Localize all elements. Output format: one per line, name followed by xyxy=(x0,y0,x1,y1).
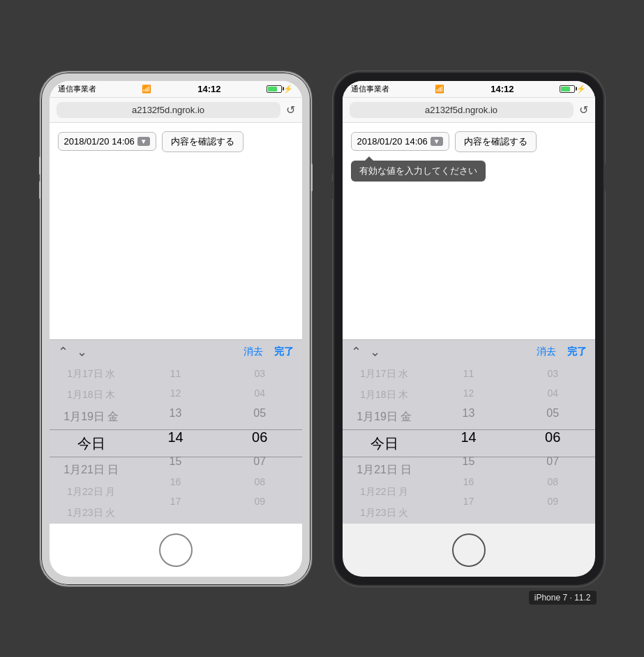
date-picker-right[interactable]: 1月17日 水 1月18日 木 1月19日 金 今日 1月21日 日 1月22日… xyxy=(343,364,595,524)
picker-item: 08 xyxy=(218,472,302,492)
picker-item: 08 xyxy=(511,472,595,492)
picker-item: 13 xyxy=(426,403,511,424)
carrier-right: 通信事業者 xyxy=(351,84,389,94)
status-bar-left: 通信事業者 📶 14:12 ⚡ xyxy=(50,81,302,98)
toolbar-cancel-left[interactable]: 消去 xyxy=(244,346,263,358)
picker-item: 1月23日 火 xyxy=(50,503,134,524)
picker-columns-right: 1月17日 水 1月18日 木 1月19日 金 今日 1月21日 日 1月22日… xyxy=(343,364,595,524)
battery-lightning-left: ⚡ xyxy=(283,84,293,94)
picker-item: 09 xyxy=(511,492,595,511)
dropdown-arrow-left[interactable]: ▼ xyxy=(137,137,150,146)
power-button-right[interactable] xyxy=(604,163,606,191)
validation-tooltip-right: 有効な値を入力してください xyxy=(351,161,486,182)
picker-item: 1月22日 月 xyxy=(50,482,134,503)
keyboard-toolbar-left: ⌃ ⌄ 消去 完了 xyxy=(50,339,302,364)
phone-left-screen: 通信事業者 📶 14:12 ⚡ a2132f5d.ngrok.io ↺ 2018… xyxy=(50,81,302,577)
address-bar-left: a2132f5d.ngrok.io ↺ xyxy=(50,98,302,123)
picker-item: 11 xyxy=(133,364,218,383)
picker-item: 05 xyxy=(218,403,302,424)
picker-col-minute-right: 03 04 05 06 07 08 09 xyxy=(511,364,595,524)
scene: 通信事業者 📶 14:12 ⚡ a2132f5d.ngrok.io ↺ 2018… xyxy=(12,43,633,614)
address-bar-right: a2132f5d.ngrok.io ↺ xyxy=(343,98,595,123)
content-area-left: 2018/01/20 14:06 ▼ 内容を確認する xyxy=(50,123,302,339)
datetime-value-right: 2018/01/20 14:06 xyxy=(357,136,428,147)
time-right: 14:12 xyxy=(491,84,514,94)
carrier-left: 通信事業者 xyxy=(58,84,96,94)
picker-item: 17 xyxy=(426,492,511,511)
picker-item: 11 xyxy=(426,364,511,383)
phone-label-right: iPhone 7 · 11.2 xyxy=(529,591,597,605)
picker-item: 16 xyxy=(133,472,218,492)
picker-item: 16 xyxy=(426,472,511,492)
battery-lightning-right: ⚡ xyxy=(576,84,586,94)
datetime-row-right: 2018/01/20 14:06 ▼ 内容を確認する xyxy=(351,131,587,152)
picker-item: 15 xyxy=(133,451,218,472)
picker-item: 04 xyxy=(218,383,302,403)
toolbar-actions-left: 消去 完了 xyxy=(244,346,294,358)
picker-col-hour-left: 11 12 13 14 15 16 17 xyxy=(133,364,218,524)
toolbar-cancel-right[interactable]: 消去 xyxy=(537,346,556,358)
picker-item: 15 xyxy=(426,451,511,472)
dropdown-arrow-right[interactable]: ▼ xyxy=(430,137,443,146)
toolbar-nav-right: ⌃ ⌄ xyxy=(351,344,380,360)
picker-item: 1月17日 水 xyxy=(50,364,134,385)
reload-button-right[interactable]: ↺ xyxy=(579,103,588,117)
picker-item-selected: 今日 xyxy=(343,429,427,459)
volume-up-button-right[interactable] xyxy=(332,156,334,175)
picker-item: 12 xyxy=(426,383,511,403)
wifi-icon-right: 📶 xyxy=(435,84,444,94)
picker-col-date-left: 1月17日 水 1月18日 木 1月19日 金 今日 1月21日 日 1月22日… xyxy=(50,364,134,524)
date-picker-left[interactable]: 1月17日 水 1月18日 木 1月19日 金 今日 1月21日 日 1月22日… xyxy=(50,364,302,524)
picker-item: 1月22日 月 xyxy=(343,482,427,503)
picker-item: 03 xyxy=(218,364,302,383)
confirm-button-right[interactable]: 内容を確認する xyxy=(455,131,537,152)
content-area-right: 2018/01/20 14:06 ▼ 内容を確認する 有効な値を入力してください xyxy=(343,123,595,339)
home-button-area-left xyxy=(50,524,302,577)
battery-left: ⚡ xyxy=(267,84,293,94)
datetime-input-left[interactable]: 2018/01/20 14:06 ▼ xyxy=(58,132,156,151)
picker-item: 1月18日 木 xyxy=(343,385,427,406)
battery-right: ⚡ xyxy=(560,84,586,94)
toolbar-actions-right: 消去 完了 xyxy=(537,346,587,358)
datetime-row-left: 2018/01/20 14:06 ▼ 内容を確認する xyxy=(58,131,294,152)
picker-col-date-right: 1月17日 水 1月18日 木 1月19日 金 今日 1月21日 日 1月22日… xyxy=(343,364,427,524)
picker-columns-left: 1月17日 水 1月18日 木 1月19日 金 今日 1月21日 日 1月22日… xyxy=(50,364,302,524)
picker-item: 1月21日 日 xyxy=(343,459,427,482)
nav-prev-right[interactable]: ⌃ xyxy=(351,344,361,360)
volume-down-button-right[interactable] xyxy=(332,181,334,199)
power-button[interactable] xyxy=(310,163,313,191)
picker-item: 09 xyxy=(218,492,302,511)
picker-item: 13 xyxy=(133,403,218,424)
home-button-left[interactable] xyxy=(159,533,193,567)
home-button-right[interactable] xyxy=(452,533,486,567)
volume-down-button[interactable] xyxy=(39,181,41,199)
time-left: 14:12 xyxy=(197,84,220,94)
picker-col-hour-right: 11 12 13 14 15 16 17 xyxy=(426,364,511,524)
picker-item-selected: 14 xyxy=(133,424,218,451)
picker-item: 1月19日 金 xyxy=(50,406,134,429)
toolbar-done-right[interactable]: 完了 xyxy=(567,346,587,358)
toolbar-done-left[interactable]: 完了 xyxy=(274,346,294,358)
phone-left: 通信事業者 📶 14:12 ⚡ a2132f5d.ngrok.io ↺ 2018… xyxy=(40,71,312,586)
phone-right-screen: 通信事業者 📶 14:12 ⚡ a2132f5d.ngrok.io ↺ 2018… xyxy=(343,81,595,577)
picker-item: 07 xyxy=(511,451,595,472)
nav-prev-left[interactable]: ⌃ xyxy=(58,344,68,360)
picker-col-minute-left: 03 04 05 06 07 08 09 xyxy=(218,364,302,524)
picker-item-selected: 14 xyxy=(426,424,511,451)
url-field-left[interactable]: a2132f5d.ngrok.io xyxy=(57,102,280,118)
datetime-input-right[interactable]: 2018/01/20 14:06 ▼ xyxy=(351,132,449,151)
url-field-right[interactable]: a2132f5d.ngrok.io xyxy=(350,102,574,118)
reload-button-left[interactable]: ↺ xyxy=(286,103,295,117)
nav-next-left[interactable]: ⌄ xyxy=(77,344,87,360)
phone-right: 通信事業者 📶 14:12 ⚡ a2132f5d.ngrok.io ↺ 2018… xyxy=(333,71,605,586)
picker-item: 1月23日 火 xyxy=(343,503,427,524)
confirm-button-left[interactable]: 内容を確認する xyxy=(162,131,244,152)
nav-next-right[interactable]: ⌄ xyxy=(370,344,380,360)
toolbar-nav-left: ⌃ ⌄ xyxy=(58,344,87,360)
picker-item: 05 xyxy=(511,403,595,424)
status-bar-right: 通信事業者 📶 14:12 ⚡ xyxy=(343,81,595,98)
keyboard-toolbar-right: ⌃ ⌄ 消去 完了 xyxy=(343,339,595,364)
picker-item: 03 xyxy=(511,364,595,383)
home-button-area-right xyxy=(343,524,595,577)
volume-up-button[interactable] xyxy=(39,156,41,175)
